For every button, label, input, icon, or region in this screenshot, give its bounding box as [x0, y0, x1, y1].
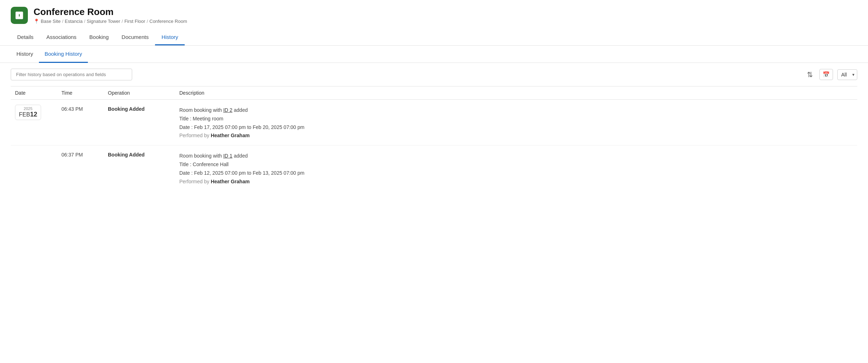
all-select-wrapper: All ▾	[837, 69, 857, 80]
table-row: 06:37 PM Booking Added Room booking with…	[11, 145, 857, 191]
col-header-operation: Operation	[104, 86, 175, 100]
tab-details[interactable]: Details	[11, 30, 40, 45]
id-link-1[interactable]: ID 1	[223, 153, 233, 159]
operation-cell: Booking Added	[104, 145, 175, 191]
breadcrumb-sep: /	[84, 19, 85, 24]
desc-performed-by: Performed by Heather Graham	[179, 178, 853, 186]
logo-icon	[11, 7, 28, 24]
breadcrumb-sep: /	[147, 19, 148, 24]
breadcrumb-item-3: Signature Tower	[87, 19, 120, 24]
date-month: FEB	[19, 111, 30, 118]
table-row: 2025 FEB12 06:43 PM Booking Added Room b…	[11, 100, 857, 145]
performer-name: Heather Graham	[211, 179, 250, 184]
page-header: Conference Room 📍 Base Site / Estancia /…	[0, 0, 868, 28]
desc-cell: Room booking with ID 1 added Title : Con…	[175, 145, 857, 191]
date-month-day: FEB12	[19, 111, 37, 118]
operation-cell: Booking Added	[104, 100, 175, 145]
main-tabs: Details Associations Booking Documents H…	[0, 30, 868, 46]
tab-documents[interactable]: Documents	[115, 30, 155, 45]
breadcrumb-sep: /	[62, 19, 64, 24]
sort-icon: ⇅	[807, 70, 813, 79]
desc-performed-by: Performed by Heather Graham	[179, 131, 853, 140]
breadcrumb-item-2: Estancia	[65, 19, 83, 24]
date-day: 12	[30, 111, 37, 118]
header-text: Conference Room 📍 Base Site / Estancia /…	[34, 6, 187, 24]
desc-line-1: Room booking with ID 2 added	[179, 106, 853, 115]
date-year: 2025	[24, 106, 32, 111]
breadcrumb-sep: /	[122, 19, 123, 24]
desc-line-1: Room booking with ID 1 added	[179, 152, 853, 160]
time-cell: 06:43 PM	[57, 100, 104, 145]
door-icon	[14, 10, 24, 20]
location-icon: 📍	[34, 19, 39, 24]
col-header-time: Time	[57, 86, 104, 100]
breadcrumb-item-5: Conference Room	[149, 19, 187, 24]
sort-button[interactable]: ⇅	[805, 69, 815, 80]
calendar-icon: 📅	[823, 71, 830, 78]
date-cell: 2025 FEB12	[11, 100, 57, 145]
history-table-wrap: Date Time Operation Description 2025 FEB…	[0, 86, 868, 191]
toolbar: ⇅ 📅 All ▾	[0, 63, 868, 86]
page-title: Conference Room	[34, 6, 187, 18]
breadcrumb-item-1: Base Site	[41, 19, 61, 24]
col-header-date: Date	[11, 86, 57, 100]
calendar-button[interactable]: 📅	[819, 69, 833, 80]
filter-input[interactable]	[11, 69, 132, 80]
tab-associations[interactable]: Associations	[40, 30, 83, 45]
desc-line-3: Date : Feb 17, 2025 07:00 pm to Feb 20, …	[179, 123, 853, 132]
desc-line-2: Title : Conference Hall	[179, 160, 853, 169]
desc-line-2: Title : Meeting room	[179, 115, 853, 123]
desc-cell: Room booking with ID 2 added Title : Mee…	[175, 100, 857, 145]
sub-tab-booking-history[interactable]: Booking History	[39, 46, 88, 63]
sub-tabs: History Booking History	[0, 46, 868, 63]
breadcrumb: 📍 Base Site / Estancia / Signature Tower…	[34, 19, 187, 24]
history-table: Date Time Operation Description 2025 FEB…	[11, 86, 857, 191]
date-badge: 2025 FEB12	[15, 105, 41, 120]
id-link-2[interactable]: ID 2	[223, 107, 233, 113]
sub-tab-history[interactable]: History	[11, 46, 39, 63]
tab-booking[interactable]: Booking	[83, 30, 115, 45]
desc-line-3: Date : Feb 12, 2025 07:00 pm to Feb 13, …	[179, 169, 853, 178]
performer-name: Heather Graham	[211, 133, 250, 138]
breadcrumb-item-4: First Floor	[124, 19, 145, 24]
col-header-description: Description	[175, 86, 857, 100]
tab-history[interactable]: History	[155, 30, 185, 45]
time-cell: 06:37 PM	[57, 145, 104, 191]
all-select[interactable]: All	[837, 69, 857, 80]
date-cell	[11, 145, 57, 191]
